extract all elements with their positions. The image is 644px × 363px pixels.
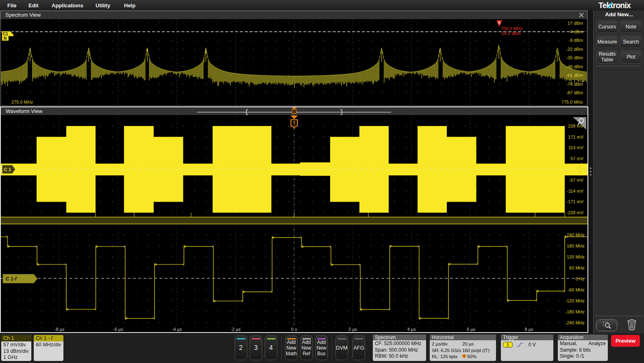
svg-text:R: R xyxy=(498,21,500,25)
svg-text:-60 MHz: -60 MHz xyxy=(568,287,585,292)
svg-text:-22 dBm: -22 dBm xyxy=(566,47,583,52)
svg-text:N: N xyxy=(4,36,7,41)
svg-text:17 dBm: 17 dBm xyxy=(568,21,583,26)
svg-text:57 mV: 57 mV xyxy=(570,156,583,161)
svg-text:-228 mV: -228 mV xyxy=(566,210,583,215)
svg-text:C 1-f: C 1-f xyxy=(6,276,17,282)
svg-text:-171 mV: -171 mV xyxy=(566,199,583,204)
svg-text:4 µs: 4 µs xyxy=(407,327,416,332)
svg-text:-87 dBm: -87 dBm xyxy=(566,90,583,95)
svg-text:-14.2 dBm: -14.2 dBm xyxy=(500,31,521,36)
svg-text:-180 MHz: -180 MHz xyxy=(565,309,585,314)
svg-text:-120 MHz: -120 MHz xyxy=(565,298,585,303)
svg-text:C 1: C 1 xyxy=(4,167,11,172)
svg-text:-48 dBm: -48 dBm xyxy=(566,64,583,69)
svg-text:-4 µs: -4 µs xyxy=(172,327,182,332)
svg-text:180 MHz: 180 MHz xyxy=(567,243,585,248)
svg-text:700.0 MHz: 700.0 MHz xyxy=(501,26,522,31)
svg-text:C1: C1 xyxy=(3,32,8,36)
svg-text:T: T xyxy=(293,110,296,114)
svg-text:-35 dBm: -35 dBm xyxy=(566,55,583,60)
svg-text:0 Hz: 0 Hz xyxy=(575,276,585,281)
svg-text:T: T xyxy=(293,121,296,126)
svg-text:4 dBm: 4 dBm xyxy=(570,29,583,34)
svg-text:120 MHz: 120 MHz xyxy=(567,254,585,259)
svg-text:171 mV: 171 mV xyxy=(568,135,584,139)
svg-text:-6 µs: -6 µs xyxy=(113,327,123,332)
svg-text:-240 MHz: -240 MHz xyxy=(565,320,585,325)
svg-text:8 µs: 8 µs xyxy=(524,327,533,332)
svg-text:-114 mV: -114 mV xyxy=(567,189,583,193)
svg-text:60 MHz: 60 MHz xyxy=(569,265,585,270)
svg-text:275.0 MHz: 275.0 MHz xyxy=(11,100,33,104)
svg-text:6 µs: 6 µs xyxy=(467,327,476,332)
svg-text:-9 dBm: -9 dBm xyxy=(569,38,583,43)
svg-text:Tektronix: Tektronix xyxy=(598,1,631,10)
svg-text:2 µs: 2 µs xyxy=(348,327,357,332)
svg-text:228 mV: 228 mV xyxy=(568,124,584,128)
svg-text:0 s: 0 s xyxy=(291,327,297,332)
svg-text:240 MHz: 240 MHz xyxy=(567,233,585,237)
svg-text:-61 dBm: -61 dBm xyxy=(566,73,583,78)
svg-text:-2 µs: -2 µs xyxy=(231,327,241,332)
svg-text:114 mV: 114 mV xyxy=(568,145,584,150)
svg-text:-8 µs: -8 µs xyxy=(54,327,65,332)
svg-text:775.0 MHz: 775.0 MHz xyxy=(561,100,583,104)
svg-text:-57 mV: -57 mV xyxy=(569,178,584,183)
svg-text:-74 dBm: -74 dBm xyxy=(566,82,583,87)
